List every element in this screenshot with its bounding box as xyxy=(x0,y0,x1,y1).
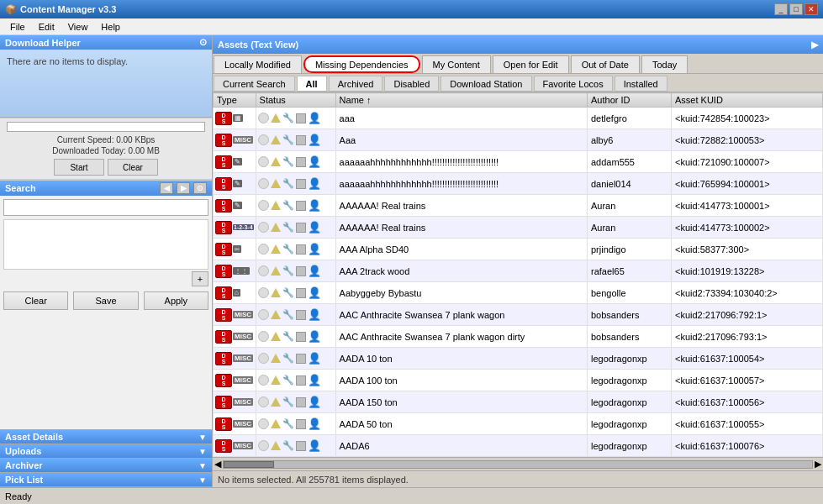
kuid-cell: <kuid2:217096:792:1> xyxy=(672,304,823,326)
assets-table: Type Status Name ↑ Author ID Asset KUID … xyxy=(213,92,823,457)
menu-view[interactable]: View xyxy=(61,20,95,34)
scroll-track[interactable] xyxy=(223,460,813,469)
search-input[interactable] xyxy=(3,199,208,216)
asset-details-arrow: ▼ xyxy=(198,433,207,442)
search-add-button[interactable]: + xyxy=(192,271,208,286)
search-apply-button[interactable]: Apply xyxy=(144,291,208,310)
tab-today[interactable]: Today xyxy=(641,55,688,73)
name-cell: Aaa xyxy=(335,129,587,151)
minimize-button[interactable]: _ xyxy=(774,3,788,15)
table-row[interactable]: DS MISC 🔧 👤 AADA6legodragonxp<kuid:61637… xyxy=(214,435,823,457)
tab-my-content[interactable]: My Content xyxy=(422,55,491,73)
table-row[interactable]: DS ⋮⋮ 🔧 👤 AAA 2track woodrafael65<kuid:1… xyxy=(214,260,823,282)
table-status-text: No items selected. All 255781 items disp… xyxy=(218,475,409,485)
maximize-button[interactable]: □ xyxy=(789,3,803,15)
close-button[interactable]: ✕ xyxy=(805,3,818,15)
window-controls[interactable]: _ □ ✕ xyxy=(774,3,818,15)
tab-out-of-date[interactable]: Out of Date xyxy=(571,55,640,73)
name-cell: AADA 150 ton xyxy=(335,391,587,413)
table-row[interactable]: DS ✎ 🔧 👤 aaaaaahhhhhhhhhhhh!!!!!!!!!!!!!… xyxy=(214,173,823,195)
table-row[interactable]: DS MISC 🔧 👤 AADA 150 tonlegodragonxp<kui… xyxy=(214,391,823,413)
menu-edit[interactable]: Edit xyxy=(32,20,61,34)
search-save-button[interactable]: Save xyxy=(73,291,138,310)
tab-open-for-edit[interactable]: Open for Edit xyxy=(493,55,569,73)
download-helper-panel: Download Helper ⊙ There are no items to … xyxy=(0,35,212,118)
author-cell: legodragonxp xyxy=(588,348,672,370)
asset-details-panel[interactable]: Asset Details ▼ xyxy=(0,430,212,444)
name-cell: AADA6 xyxy=(335,435,587,457)
table-row[interactable]: DS ⌂ 🔧 👤 Aabyggeby Bybastubengolle<kuid2… xyxy=(214,282,823,304)
assets-table-container[interactable]: Type Status Name ↑ Author ID Asset KUID … xyxy=(213,92,823,457)
name-cell: aaaaaahhhhhhhhhhhh!!!!!!!!!!!!!!!!!!!!!!… xyxy=(335,151,587,173)
start-button[interactable]: Start xyxy=(54,159,104,176)
statusbar: Ready xyxy=(0,487,823,504)
table-row[interactable]: DS 1-2-3-4 🔧 👤 AAAAAA! Real trainsAuran<… xyxy=(214,217,823,239)
progress-area: Current Speed: 0.00 KBps Downloaded Toda… xyxy=(0,118,212,180)
table-row[interactable]: DS MISC 🔧 👤 AADA 10 tonlegodragonxp<kuid… xyxy=(214,348,823,370)
status-cell: 🔧 👤 xyxy=(256,348,335,370)
download-helper-content: There are no items to display. xyxy=(0,50,212,117)
tab-current-search[interactable]: Current Search xyxy=(214,76,295,92)
author-cell: legodragonxp xyxy=(588,370,672,391)
col-status: Status xyxy=(256,93,335,108)
progress-bar-container xyxy=(7,122,205,132)
kuid-cell: <kuid:61637:100055> xyxy=(672,413,823,435)
archiver-panel[interactable]: Archiver ▼ xyxy=(0,459,212,473)
status-cell: 🔧 👤 xyxy=(256,217,335,239)
table-row[interactable]: DS ✎ 🔧 👤 AAAAAA! Real trainsAuran<kuid:4… xyxy=(214,195,823,217)
titlebar: 📦 Content Manager v3.3 _ □ ✕ xyxy=(0,0,823,18)
search-right-icon[interactable]: ▶ xyxy=(177,182,190,194)
table-row[interactable]: DS MISC 🔧 👤 AAC Anthracite Swansea 7 pla… xyxy=(214,304,823,326)
search-header-icons: ◀ ▶ ⊙ xyxy=(160,182,207,194)
table-row[interactable]: DS MISC 🔧 👤 AAC Anthracite Swansea 7 pla… xyxy=(214,326,823,348)
bottom-panels: Asset Details ▼ Uploads ▼ Archiver ▼ Pic… xyxy=(0,429,212,487)
horizontal-scrollbar[interactable]: ◀ ▶ xyxy=(213,457,823,470)
tab-all[interactable]: All xyxy=(297,76,327,92)
tab-favorite-locos[interactable]: Favorite Locos xyxy=(534,76,613,92)
status-cell: 🔧 👤 xyxy=(256,108,335,129)
search-left-icon[interactable]: ◀ xyxy=(160,182,173,194)
author-cell: legodragonxp xyxy=(588,413,672,435)
col-author[interactable]: Author ID xyxy=(588,93,672,108)
search-title: Search xyxy=(5,183,36,193)
col-kuid[interactable]: Asset KUID xyxy=(672,93,823,108)
download-helper-collapse[interactable]: ⊙ xyxy=(199,37,207,48)
kuid-cell: <kuid:414773:100001> xyxy=(672,195,823,217)
download-helper-title: Download Helper xyxy=(5,38,81,48)
table-row[interactable]: DS MISC 🔧 👤 Aaaalby6<kuid:72882:100053> xyxy=(214,129,823,151)
tab-row-1: Locally Modified Missing Dependencies My… xyxy=(213,54,823,74)
tab-download-station[interactable]: Download Station xyxy=(441,76,531,92)
pick-list-label: Pick List xyxy=(5,475,43,485)
kuid-cell: <kuid:61637:100057> xyxy=(672,370,823,391)
uploads-panel[interactable]: Uploads ▼ xyxy=(0,444,212,459)
search-input-area xyxy=(0,196,212,219)
tab-missing-dependencies[interactable]: Missing Dependencies xyxy=(303,55,420,73)
scroll-thumb[interactable] xyxy=(224,461,274,468)
menu-file[interactable]: File xyxy=(3,20,32,34)
tab-installed[interactable]: Installed xyxy=(615,76,667,92)
search-clear-button[interactable]: Clear xyxy=(3,291,68,310)
table-row[interactable]: DS ▦ 🔧 👤 aaadetlefgro<kuid:742854:100023… xyxy=(214,108,823,129)
table-row[interactable]: DS ✎ 🔧 👤 aaaaaahhhhhhhhhhhh!!!!!!!!!!!!!… xyxy=(214,151,823,173)
table-row[interactable]: DS ═ 🔧 👤 AAA Alpha SD40prjindigo<kuid:58… xyxy=(214,239,823,260)
current-speed-label: Current Speed: 0.00 KBps xyxy=(7,135,205,144)
type-cell: DS MISC xyxy=(214,413,256,435)
tab-locally-modified[interactable]: Locally Modified xyxy=(214,55,302,73)
table-body: DS ▦ 🔧 👤 aaadetlefgro<kuid:742854:100023… xyxy=(214,108,823,457)
scroll-left-btn[interactable]: ◀ xyxy=(214,459,221,470)
tab-archived[interactable]: Archived xyxy=(329,76,383,92)
search-collapse-icon[interactable]: ⊙ xyxy=(193,182,207,194)
clear-download-button[interactable]: Clear xyxy=(108,159,158,176)
tab-disabled[interactable]: Disabled xyxy=(384,76,439,92)
menu-help[interactable]: Help xyxy=(94,20,127,34)
status-cell: 🔧 👤 xyxy=(256,435,335,457)
status-cell: 🔧 👤 xyxy=(256,326,335,348)
pick-list-panel[interactable]: Pick List ▼ xyxy=(0,473,212,487)
table-row[interactable]: DS MISC 🔧 👤 AADA 100 tonlegodragonxp<kui… xyxy=(214,370,823,391)
status-cell: 🔧 👤 xyxy=(256,304,335,326)
assets-arrow-icon[interactable]: ▶ xyxy=(811,39,818,50)
col-name[interactable]: Name ↑ xyxy=(335,93,587,108)
kuid-cell: <kuid:58377:300> xyxy=(672,239,823,260)
scroll-right-btn[interactable]: ▶ xyxy=(815,459,821,470)
table-row[interactable]: DS MISC 🔧 👤 AADA 50 tonlegodragonxp<kuid… xyxy=(214,413,823,435)
